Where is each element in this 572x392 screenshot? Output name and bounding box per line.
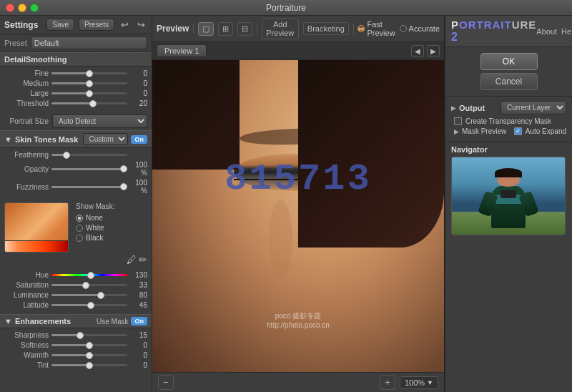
zoom-in-btn[interactable]: + — [380, 375, 395, 390]
navigator-section: Navigator — [445, 142, 572, 392]
presets-button[interactable]: Presets — [79, 19, 114, 31]
large-track[interactable] — [51, 92, 127, 94]
save-button[interactable]: Save — [46, 19, 74, 31]
maximize-button[interactable] — [30, 4, 39, 12]
threshold-track[interactable] — [51, 102, 127, 104]
latitude-label: Latitude — [4, 301, 49, 309]
redo-button[interactable]: ↪ — [135, 19, 147, 31]
single-preview-btn[interactable]: ▢ — [198, 22, 214, 36]
softness-value: 0 — [130, 341, 147, 349]
output-section: ▶ Output Current Layer Create Transparen… — [445, 97, 572, 142]
zoom-dropdown-icon[interactable]: ▼ — [427, 379, 433, 386]
prev-nav-btn[interactable]: ◀ — [411, 45, 424, 57]
accurate-option[interactable]: Accurate — [400, 24, 440, 33]
split-preview-btn[interactable]: ⊞ — [218, 22, 233, 36]
zoom-display: 100% ▼ — [400, 376, 438, 389]
fine-track[interactable] — [51, 72, 127, 74]
mask-black-radio[interactable] — [76, 235, 83, 242]
saturation-track[interactable] — [51, 284, 127, 286]
luminance-label: Luminance — [4, 291, 49, 299]
add-preview-btn[interactable]: Add Preview — [262, 18, 299, 39]
latitude-track[interactable] — [51, 304, 127, 306]
luminance-value: 80 — [130, 291, 147, 299]
output-row: ▶ Output Current Layer — [451, 101, 566, 114]
preview-bottom-bar: − + 100% ▼ — [152, 372, 444, 392]
warmth-value: 0 — [130, 351, 147, 359]
hue-track[interactable] — [51, 274, 127, 276]
mask-preview-triangle-icon: ▶ — [454, 128, 459, 135]
fast-preview-radio[interactable] — [358, 25, 365, 32]
tint-track[interactable] — [51, 364, 127, 366]
mask-none-option[interactable]: None — [76, 214, 114, 222]
accurate-radio[interactable] — [400, 25, 407, 32]
preset-select[interactable]: Default — [31, 36, 147, 49]
opacity-track[interactable] — [51, 168, 127, 170]
large-label: Large — [4, 89, 49, 97]
auto-expand-checkbox[interactable]: ✓ — [514, 127, 522, 135]
navigator-label: Navigator — [451, 145, 566, 154]
mask-none-radio[interactable] — [76, 215, 83, 222]
medium-track[interactable] — [51, 82, 127, 84]
cancel-button[interactable]: Cancel — [480, 73, 538, 90]
skin-on-badge: On — [131, 135, 147, 144]
fast-preview-option[interactable]: Fast Preview — [358, 20, 395, 37]
eyedropper-icon[interactable]: 🖊 — [127, 254, 137, 265]
softness-track[interactable] — [51, 344, 127, 346]
preview-toolbar: Preview ▢ ⊞ ⊟ Add Preview Bracketing Fas… — [152, 16, 444, 42]
skin-tones-header: ▼ Skin Tones Mask Custom On — [0, 130, 152, 148]
app-logo-ure: URE — [512, 19, 537, 31]
mask-preview-label: Mask Preview — [462, 127, 511, 135]
zoom-out-btn[interactable]: − — [158, 375, 174, 390]
enhancements-sliders: Sharpness 15 Softness 0 Warmth — [0, 328, 152, 374]
luminance-track[interactable] — [51, 294, 127, 296]
mask-none-label: None — [86, 214, 103, 222]
mask-white-radio[interactable] — [76, 225, 83, 232]
right-header-btns: About Help — [536, 27, 572, 36]
middle-panel: Preview ▢ ⊞ ⊟ Add Preview Bracketing Fas… — [152, 16, 445, 392]
auto-expand-label: Auto Expand — [526, 127, 566, 135]
preview-tabs: Preview 1 ◀ ▶ — [152, 42, 444, 60]
eyedropper2-icon[interactable]: ✏ — [139, 254, 147, 265]
hue-slider-row: Hue 130 — [4, 271, 147, 279]
undo-button[interactable]: ↩ — [119, 19, 131, 31]
show-mask-panel: Show Mask: None White Black — [76, 202, 114, 242]
enhancements-arrow-icon: ▼ — [4, 317, 12, 325]
about-btn[interactable]: About — [536, 27, 557, 36]
fuzziness-track[interactable] — [51, 186, 127, 188]
skin-mode-select[interactable]: Custom — [83, 133, 128, 145]
color-gradient-box[interactable] — [4, 202, 69, 253]
output-select[interactable]: Current Layer — [500, 101, 566, 114]
sharpness-track[interactable] — [51, 334, 127, 336]
main-layout: Settings Save Presets ↩ ↪ Preset Default… — [0, 16, 572, 392]
luminance-slider-row: Luminance 80 — [4, 291, 147, 299]
threshold-label: Threshold — [4, 99, 49, 107]
app-logo: PORTRAITURE 2 — [451, 19, 536, 44]
feathering-label: Feathering — [4, 151, 49, 159]
mask-black-option[interactable]: Black — [76, 234, 114, 242]
minimize-button[interactable] — [18, 4, 26, 12]
tint-value: 0 — [130, 361, 147, 369]
bracketing-btn[interactable]: Bracketing — [303, 22, 349, 35]
settings-header: Settings Save Presets ↩ ↪ — [0, 16, 152, 34]
skin-tones-title: Skin Tones Mask — [15, 135, 81, 144]
ok-button[interactable]: OK — [480, 53, 538, 70]
fast-preview-label: Fast Preview — [367, 20, 395, 37]
app-version: 2 — [451, 31, 458, 43]
mask-preview-row: ▶ Mask Preview ✓ Auto Expand — [451, 127, 566, 135]
help-btn[interactable]: Help — [561, 27, 572, 36]
threshold-slider-row: Threshold 20 — [4, 99, 147, 107]
multi-preview-btn[interactable]: ⊟ — [237, 22, 252, 36]
opacity-slider-row: Opacity 100 % — [4, 161, 147, 177]
portrait-size-select[interactable]: Auto Detect — [52, 114, 147, 128]
fine-value: 0 — [130, 69, 147, 77]
mask-white-option[interactable]: White — [76, 224, 114, 232]
warmth-track[interactable] — [51, 354, 127, 356]
sharpness-value: 15 — [130, 331, 147, 339]
saturation-value: 33 — [130, 281, 147, 289]
next-nav-btn[interactable]: ▶ — [427, 45, 440, 57]
preview-tab-1[interactable]: Preview 1 — [157, 44, 207, 57]
watermark-line1: poco 摄影专题 — [267, 311, 330, 321]
feathering-track[interactable] — [51, 154, 127, 156]
close-button[interactable] — [6, 4, 14, 12]
create-transparency-checkbox[interactable] — [454, 117, 462, 125]
